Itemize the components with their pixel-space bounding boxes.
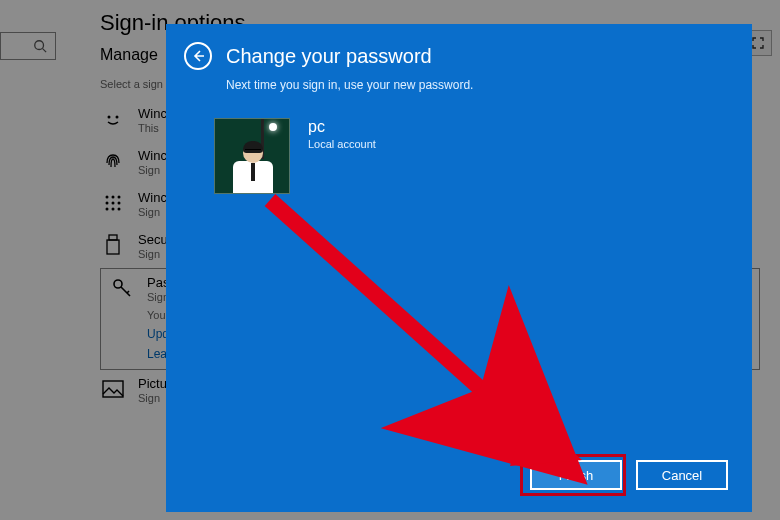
option-sub: Sign [138,206,167,218]
option-sub: Sign [138,248,168,260]
profile-row: pc Local account [166,92,752,194]
arrow-left-icon [191,49,205,63]
avatar [214,118,290,194]
option-title: Winc [138,148,167,163]
usb-icon [100,232,126,258]
svg-point-15 [114,280,122,288]
svg-point-4 [106,196,109,199]
option-sub: Sign [138,392,167,404]
dialog-subtitle: Next time you sign in, use your new pass… [166,78,752,92]
svg-point-0 [35,41,44,50]
change-password-dialog: Change your password Next time you sign … [166,24,752,512]
svg-point-8 [112,202,115,205]
face-icon [100,106,126,132]
pin-icon [100,190,126,216]
picture-icon [100,376,126,402]
fingerprint-icon [100,148,126,174]
option-title: Winc [138,106,167,121]
svg-point-9 [118,202,121,205]
cancel-button[interactable]: Cancel [636,460,728,490]
svg-point-3 [116,116,119,119]
svg-line-17 [127,291,129,293]
finish-button[interactable]: Finish [530,460,622,490]
svg-point-11 [112,208,115,211]
option-title: Pictu [138,376,167,391]
svg-rect-13 [109,235,117,240]
profile-name: pc [308,118,376,136]
svg-rect-14 [107,240,119,254]
option-title: Winc [138,190,167,205]
svg-point-10 [106,208,109,211]
dialog-title: Change your password [226,45,432,68]
svg-point-2 [108,116,111,119]
profile-type: Local account [308,138,376,150]
search-icon [33,39,47,53]
option-title: Secu [138,232,168,247]
search-box[interactable] [0,32,56,60]
svg-point-5 [112,196,115,199]
svg-rect-18 [103,381,123,397]
svg-point-7 [106,202,109,205]
back-button[interactable] [184,42,212,70]
option-sub: Sign [138,164,167,176]
key-icon [109,275,135,301]
option-sub: This [138,122,167,134]
fullscreen-icon [752,37,764,49]
svg-line-1 [43,49,47,53]
svg-point-12 [118,208,121,211]
svg-point-6 [118,196,121,199]
